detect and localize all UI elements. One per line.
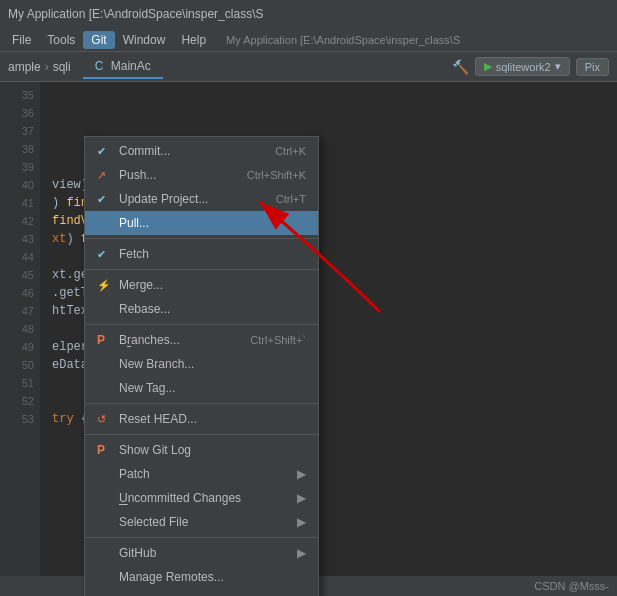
push-icon: ↗ [97,169,113,182]
branches-shortcut: Ctrl+Shift+` [250,334,306,346]
pixel-label: Pix [585,61,600,73]
commit-label: Commit... [119,144,275,158]
update-project-label: Update Project... [119,192,276,206]
git-dropdown-menu: ✔ Commit... Ctrl+K ↗ Push... Ctrl+Shift+… [84,136,319,596]
menu-push[interactable]: ↗ Push... Ctrl+Shift+K [85,163,318,187]
menu-show-git-log[interactable]: P Show Git Log [85,438,318,462]
reset-head-label: Reset HEAD... [119,412,306,426]
commit-shortcut: Ctrl+K [275,145,306,157]
menu-branches[interactable]: P Branches... Ctrl+Shift+` [85,328,318,352]
menu-file[interactable]: File [4,31,39,49]
title-display: My Application [E:\AndroidSpace\insper_c… [226,34,460,46]
reset-icon: ↺ [97,413,113,426]
menu-new-tag[interactable]: New Tag... [85,376,318,400]
breadcrumb-part2: sqli [53,60,71,74]
menu-selected-file[interactable]: Selected File ▶ [85,510,318,534]
android-icon: ▶ [484,60,492,73]
breadcrumb-sep1: › [45,60,49,74]
menu-bar: File Tools Git Window Help My Applicatio… [0,28,617,52]
menu-window[interactable]: Window [115,31,174,49]
menu-rebase[interactable]: Rebase... [85,297,318,321]
push-label: Push... [119,168,247,182]
github-label: GitHub [119,546,297,560]
fetch-check-icon: ✔ [97,248,113,261]
update-check-icon: ✔ [97,193,113,206]
sep3 [85,324,318,325]
fetch-label: Fetch [119,247,306,261]
breadcrumb: ample › sqli [8,60,71,74]
sep5 [85,434,318,435]
git-log-icon: P [97,443,113,457]
show-git-log-label: Show Git Log [119,443,306,457]
uncommitted-changes-label: Uncommitted Changes [119,491,297,505]
main-content: 35 36 37 38 39 40 41 42 43 44 45 46 47 4… [0,82,617,596]
tab-label: MainAc [111,59,151,73]
sep6 [85,537,318,538]
rebase-label: Rebase... [119,302,306,316]
update-project-shortcut: Ctrl+T [276,193,306,205]
breadcrumb-part1: ample [8,60,41,74]
new-branch-label: New Branch... [119,357,306,371]
push-shortcut: Ctrl+Shift+K [247,169,306,181]
commit-check-icon: ✔ [97,145,113,158]
toolbar-right: 🔨 ▶ sqlitework2 ▾ Pix [452,57,609,76]
branches-label: Branches... [119,333,250,347]
merge-label: Merge... [119,278,306,292]
sep4 [85,403,318,404]
pixel-button[interactable]: Pix [576,58,609,76]
menu-reset-head[interactable]: ↺ Reset HEAD... [85,407,318,431]
menu-pull[interactable]: Pull... [85,211,318,235]
code-line-36 [52,104,617,122]
sep1 [85,238,318,239]
menu-tools[interactable]: Tools [39,31,83,49]
menu-github[interactable]: GitHub ▶ [85,541,318,565]
patch-submenu-arrow: ▶ [297,467,306,481]
menu-git[interactable]: Git [83,31,114,49]
line-numbers: 35 36 37 38 39 40 41 42 43 44 45 46 47 4… [0,82,40,596]
merge-icon: ⚡ [97,279,113,292]
menu-fetch[interactable]: ✔ Fetch [85,242,318,266]
title-text: My Application [E:\AndroidSpace\insper_c… [8,7,263,21]
new-tag-label: New Tag... [119,381,306,395]
patch-label: Patch [119,467,297,481]
tab-icon: C [95,59,104,73]
menu-merge[interactable]: ⚡ Merge... [85,273,318,297]
menu-uncommitted-changes[interactable]: Uncommitted Changes ▶ [85,486,318,510]
menu-manage-remotes[interactable]: Manage Remotes... [85,565,318,589]
selected-file-label: Selected File [119,515,297,529]
menu-commit[interactable]: ✔ Commit... Ctrl+K [85,139,318,163]
code-line-35 [52,86,617,104]
hammer-icon: 🔨 [452,59,469,75]
pull-label: Pull... [119,216,306,230]
branches-icon: P [97,333,113,347]
uncommitted-submenu-arrow: ▶ [297,491,306,505]
github-submenu-arrow: ▶ [297,546,306,560]
selected-file-submenu-arrow: ▶ [297,515,306,529]
menu-clone[interactable]: Clone... [85,589,318,596]
tab-mainac[interactable]: C MainAc [83,55,163,79]
toolbar: ample › sqli C MainAc 🔨 ▶ sqlitework2 ▾ … [0,52,617,82]
sep2 [85,269,318,270]
device-selector[interactable]: ▶ sqlitework2 ▾ [475,57,570,76]
status-credit: CSDN @Msss- [534,580,609,592]
menu-patch[interactable]: Patch ▶ [85,462,318,486]
manage-remotes-label: Manage Remotes... [119,570,306,584]
menu-help[interactable]: Help [173,31,214,49]
menu-update-project[interactable]: ✔ Update Project... Ctrl+T [85,187,318,211]
chevron-down-icon: ▾ [555,60,561,73]
title-bar: My Application [E:\AndroidSpace\insper_c… [0,0,617,28]
menu-new-branch[interactable]: New Branch... [85,352,318,376]
device-name: sqlitework2 [496,61,551,73]
